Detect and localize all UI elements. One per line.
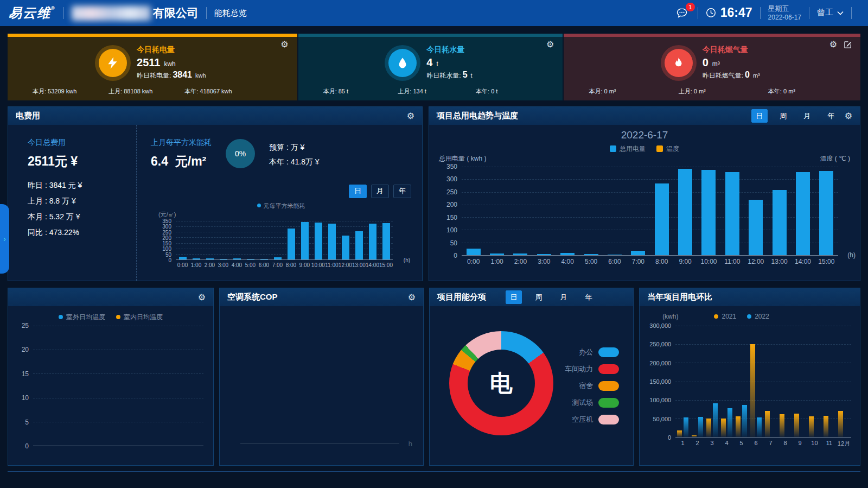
card-value: 0m³ <box>703 56 760 69</box>
tab-周[interactable]: 周 <box>775 109 792 123</box>
legend-swatch <box>598 381 619 391</box>
edit-icon[interactable] <box>844 41 852 49</box>
today-cost-label: 今日总费用 <box>28 138 136 148</box>
notification-badge: 1 <box>686 3 695 11</box>
tab-年[interactable]: 年 <box>580 290 597 304</box>
tab-日[interactable]: 日 <box>506 290 522 304</box>
card-actions: ⚙ <box>280 40 288 49</box>
tab-月[interactable]: 月 <box>799 109 815 123</box>
water-drop-icon <box>388 49 417 77</box>
tab-日[interactable]: 日 <box>751 109 768 123</box>
messages-button[interactable]: 1 <box>676 8 688 18</box>
drawer-toggle[interactable]: › <box>0 204 9 274</box>
value: 4 <box>426 56 432 68</box>
chart-meta: (kwh) 20212022 <box>640 312 860 321</box>
user-menu[interactable]: 曾工 <box>817 8 844 18</box>
x-tick: 11 <box>822 440 837 448</box>
tab-周[interactable]: 周 <box>531 290 547 304</box>
donut-legend-item: 测试场 <box>565 398 619 408</box>
clock-icon <box>706 8 716 18</box>
tab-年[interactable]: 年 <box>823 109 839 123</box>
value: 2511 <box>137 56 160 68</box>
x-tick: 7:00 <box>271 262 284 268</box>
y-tick: 20 <box>22 346 29 353</box>
y-tick: 100,000 <box>649 397 671 403</box>
card-texts: 今日耗电量 2511kwh 昨日耗电量:3841kwh <box>137 45 206 80</box>
x-tick: 2:00 <box>203 262 216 268</box>
legend-swatch <box>598 347 619 357</box>
bar <box>179 257 187 259</box>
legend-label: 宿舍 <box>579 381 593 391</box>
label: 昨日耗水量: <box>426 72 461 79</box>
x-tick: 3:00 <box>216 262 230 268</box>
card-yesterday: 昨日耗电量:3841kwh <box>137 70 206 80</box>
bar <box>773 190 787 255</box>
navbar: 易云维 ® 有限公司 能耗总览 1 16:47 <box>0 0 868 26</box>
bar <box>355 231 363 259</box>
flame-icon <box>665 49 693 77</box>
gear-icon[interactable]: ⚙ <box>845 112 852 121</box>
bar <box>727 408 732 437</box>
divider <box>698 7 698 19</box>
y-tick: 200 <box>446 201 457 208</box>
card-stat: 上月: 88108 kwh <box>108 87 152 96</box>
sqm-block: 上月每平方米能耗 6.4 元/m² 0% 预算 : 万 ¥ 本年 : 41.8万… <box>151 138 411 183</box>
bar <box>274 257 282 259</box>
bar <box>780 414 784 437</box>
chevron-down-icon <box>837 11 844 15</box>
card-actions: ⚙ <box>546 40 554 49</box>
bar <box>794 414 799 437</box>
tab-年[interactable]: 年 <box>393 185 411 198</box>
app: 易云维 ® 有限公司 能耗总览 1 16:47 <box>0 0 868 488</box>
divider <box>809 7 809 19</box>
kpi-cards-row: 今日耗电量 2511kwh 昨日耗电量:3841kwh 本月: 53209 kw… <box>8 34 860 100</box>
bar-chart: 300,000250,000200,000150,000100,00050,00… <box>642 326 851 448</box>
bar <box>677 430 682 437</box>
gear-icon[interactable]: ⚙ <box>408 293 416 302</box>
bar <box>725 172 739 255</box>
x-tick: 6:00 <box>257 262 271 268</box>
nav-item-energy-overview[interactable]: 能耗总览 <box>214 8 247 18</box>
legend-swatch <box>598 398 619 408</box>
gear-icon[interactable]: ⚙ <box>407 112 414 121</box>
x-tick: 13:00 <box>352 262 366 268</box>
redacted-company-name <box>72 6 151 21</box>
y-tick: 200,000 <box>649 360 671 366</box>
date-text: 2022-06-17 <box>768 14 801 22</box>
gear-icon[interactable]: ⚙ <box>198 293 206 302</box>
hvac-cop-panel: 空调系统COP ⚙ h <box>219 288 424 466</box>
card-title: 今日耗电量 <box>137 45 206 55</box>
cost-chart: (元/㎡) 350300250200150100500(h)0:001:002:… <box>151 211 411 277</box>
gear-icon[interactable]: ⚙ <box>546 40 554 49</box>
bar <box>342 236 349 259</box>
y-tick: 10 <box>22 394 29 402</box>
panel-header: 电费用 ⚙ <box>8 107 422 125</box>
electricity-trend-panel: 项目总用电趋势与温度 日周月年 ⚙ 2022-6-17 总用电量温度 总用电量 … <box>429 106 860 281</box>
cost-rows: 昨日 : 3841 元 ¥ 上月 : 8.8 万 ¥ 本月 : 5.32 万 ¥… <box>28 181 136 238</box>
cost-row: 上月 : 8.8 万 ¥ <box>28 197 136 206</box>
y-tick: 0 <box>454 252 457 259</box>
bar <box>247 259 254 259</box>
legend-marker <box>59 315 63 319</box>
x-tick: 9:00 <box>298 262 311 268</box>
gear-icon[interactable]: ⚙ <box>829 40 837 49</box>
tab-日[interactable]: 日 <box>349 185 367 198</box>
tab-月[interactable]: 月 <box>556 290 572 304</box>
right-axis-label: 温度 ( ℃ ) <box>820 154 850 163</box>
legend-marker <box>116 315 120 319</box>
left-axis-label: 总用电量 ( kwh ) <box>439 154 486 163</box>
tab-月[interactable]: 月 <box>371 185 389 198</box>
panel-header: 空调系统COP ⚙ <box>220 288 423 306</box>
label: 昨日耗燃气量: <box>703 72 743 79</box>
axis-labels: 总用电量 ( kwh ) 温度 ( ℃ ) <box>429 154 860 163</box>
legend-marker <box>610 145 616 152</box>
card-value: 2511kwh <box>137 56 206 69</box>
x-tick: 5:00 <box>244 262 257 268</box>
legend-marker <box>747 314 751 319</box>
bar <box>678 169 692 255</box>
legend-label: 元每平方米能耗 <box>264 202 305 209</box>
app-logo: 易云维 ® <box>9 4 56 22</box>
gear-icon[interactable]: ⚙ <box>280 40 288 49</box>
x-tick: 10 <box>807 440 822 448</box>
card-main: 今日耗水量 4t 昨日耗水量:5t <box>298 37 563 87</box>
